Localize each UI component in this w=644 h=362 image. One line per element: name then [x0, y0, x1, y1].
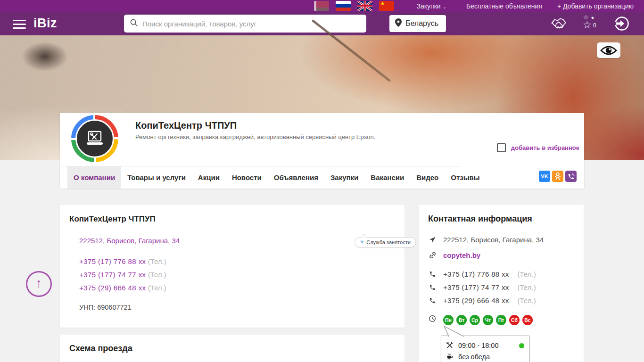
phone-number-link[interactable]: +375 (29) 666 48 xx [79, 284, 146, 292]
phone-type: (Тел.) [148, 271, 166, 279]
flag-china-icon[interactable]: ★ [379, 1, 394, 11]
tab-about[interactable]: О компании [67, 166, 121, 189]
favorite-checkbox[interactable] [497, 143, 506, 152]
tab-products[interactable]: Товары и услуги [121, 166, 192, 189]
lunch-info: без обеда [458, 353, 490, 361]
day-badge-mon[interactable]: Пн [443, 315, 454, 325]
tab-video[interactable]: Видео [410, 166, 445, 189]
tab-vacancies[interactable]: Вакансии [364, 166, 410, 189]
search-bar [124, 15, 366, 33]
phone-type: (Тел.) [518, 296, 536, 304]
phone-line: +375 (29) 666 48 xx (Тел.) [79, 281, 395, 295]
map-section-title: Схема проезда [69, 344, 395, 354]
tab-procurement[interactable]: Закупки [324, 166, 364, 189]
add-to-favorites[interactable]: добавить в избранное [497, 143, 579, 152]
tab-promotions[interactable]: Акции [192, 166, 226, 189]
company-website-link[interactable]: copyteh.by [443, 251, 480, 259]
odnoklassniki-icon[interactable] [552, 171, 563, 182]
site-logo[interactable]: iBiz [33, 16, 57, 31]
tooltip-pointer [442, 325, 467, 337]
day-badge-sat[interactable]: Сб [509, 315, 520, 325]
weekday-badges: Пн Вт Ср Чт Пт Сб Вс [443, 315, 533, 325]
employment-service-label: Служба занятости [366, 239, 411, 245]
social-icons: VK [539, 171, 577, 182]
location-selector[interactable]: Беларусь [389, 15, 446, 32]
phone-line: +375 (177) 74 77 xx (Тел.) [79, 268, 395, 281]
views-eye-icon[interactable] [597, 42, 620, 58]
procurement-menu[interactable]: Закупки ⌄ [417, 2, 446, 10]
company-unp: УНП: 690607721 [79, 304, 395, 311]
about-title: КопиТехЦентр ЧТПУП [69, 214, 395, 224]
contact-phone[interactable]: +375 (177) 74 77 xx [443, 283, 509, 291]
flag-belarus-icon[interactable] [314, 1, 329, 11]
company-tabs-row: О компании Товары и услуги Акции Новости… [60, 166, 584, 189]
vk-icon[interactable]: VK [539, 171, 550, 182]
company-name: КопиТехЦентр ЧТПУП [135, 120, 237, 131]
china-star: ★ [380, 1, 385, 7]
company-tabs: О компании Товары и услуги Акции Новости… [67, 166, 486, 189]
flag-uk-icon[interactable] [357, 1, 372, 11]
main-navbar: iBiz Беларусь ☆ ☆ ★ 0 [0, 12, 644, 35]
favorite-label: добавить в избранное [511, 144, 579, 151]
contact-phone[interactable]: +375 (29) 666 48 xx [443, 296, 509, 304]
chevron-down-icon: ⌄ [443, 4, 446, 9]
company-logo[interactable] [71, 115, 118, 162]
language-flags: ★ [314, 1, 394, 11]
phone-type: (Тел.) [148, 257, 166, 265]
open-now-indicator [519, 343, 524, 348]
location-label: Беларусь [405, 19, 438, 28]
day-badge-fri[interactable]: Пт [496, 315, 506, 325]
company-address-link[interactable]: 222512, Борисов, Гагарина, 34 [79, 237, 180, 245]
contact-info-title: Контактная информация [428, 214, 574, 224]
about-company-card: КопиТехЦентр ЧТПУП 222512, Борисов, Гага… [60, 205, 405, 328]
work-hours: 09:00 - 18:00 [458, 342, 498, 349]
favorites-count: 0 [593, 22, 596, 29]
free-ads-link[interactable]: Бесплатные объявления [466, 2, 542, 10]
search-icon [130, 18, 138, 29]
day-badge-sun[interactable]: Вс [522, 315, 533, 325]
tab-reviews[interactable]: Отзывы [445, 166, 486, 189]
employment-service-tooltip: ✳ Служба занятости [355, 237, 416, 247]
tab-news[interactable]: Новости [226, 166, 268, 189]
login-icon[interactable] [614, 16, 630, 33]
phone-type: (Тел.) [518, 270, 536, 278]
location-pin-icon [395, 18, 402, 29]
viber-icon[interactable] [565, 171, 577, 182]
company-description: Ремонт оргтехники, заправка картриджей, … [135, 133, 375, 140]
schedule-tooltip: 09:00 - 18:00 без обеда [441, 336, 529, 362]
phone-number-link[interactable]: +375 (17) 776 88 xx [79, 257, 146, 265]
phone-icon [428, 271, 437, 278]
add-organization-link[interactable]: + Добавить организацию [557, 2, 634, 10]
phone-list: +375 (17) 776 88 xx (Тел.) +375 (177) 74… [79, 255, 395, 295]
back-to-top-button[interactable]: ↑ [26, 271, 52, 297]
company-logo-inner [75, 119, 114, 158]
partners-handshake-icon[interactable] [551, 16, 567, 33]
tab-ads[interactable]: Объявления [268, 166, 324, 189]
clock-icon [428, 315, 437, 322]
phone-line: +375 (17) 776 88 xx (Тел.) [79, 255, 395, 268]
favorites-stars-icon[interactable]: ☆ ☆ ★ 0 [582, 16, 602, 33]
search-input[interactable] [142, 20, 361, 28]
page-content: КопиТехЦентр ЧТПУП 222512, Борисов, Гага… [60, 205, 584, 362]
map-section-card: Схема проезда [60, 335, 405, 362]
day-badge-thu[interactable]: Чт [483, 315, 493, 325]
phone-icon [428, 297, 437, 304]
hamburger-menu-icon[interactable] [13, 20, 26, 31]
day-badge-wed[interactable]: Ср [470, 315, 480, 325]
top-strip: ★ Закупки ⌄ Бесплатные объявления + Доба… [0, 0, 644, 12]
phone-type: (Тел.) [518, 283, 536, 291]
coffee-cup-icon [446, 353, 454, 362]
phone-number-link[interactable]: +375 (177) 74 77 xx [79, 271, 146, 279]
navigation-arrow-icon [428, 236, 437, 243]
up-arrow-icon: ↑ [36, 277, 42, 290]
contact-address: 222512, Борисов, Гагарина, 34 [443, 236, 544, 244]
day-badge-tue[interactable]: Вт [456, 315, 467, 325]
contact-phone[interactable]: +375 (17) 776 88 xx [443, 270, 509, 278]
flag-russia-icon[interactable] [336, 1, 351, 11]
company-header-card: КопиТехЦентр ЧТПУП Ремонт оргтехники, за… [60, 113, 584, 189]
link-icon [428, 251, 437, 259]
contact-info-card: Контактная информация 222512, Борисов, Г… [419, 205, 584, 362]
phone-type: (Тел.) [148, 284, 166, 292]
work-tools-icon [446, 341, 454, 350]
phone-icon [428, 284, 437, 291]
